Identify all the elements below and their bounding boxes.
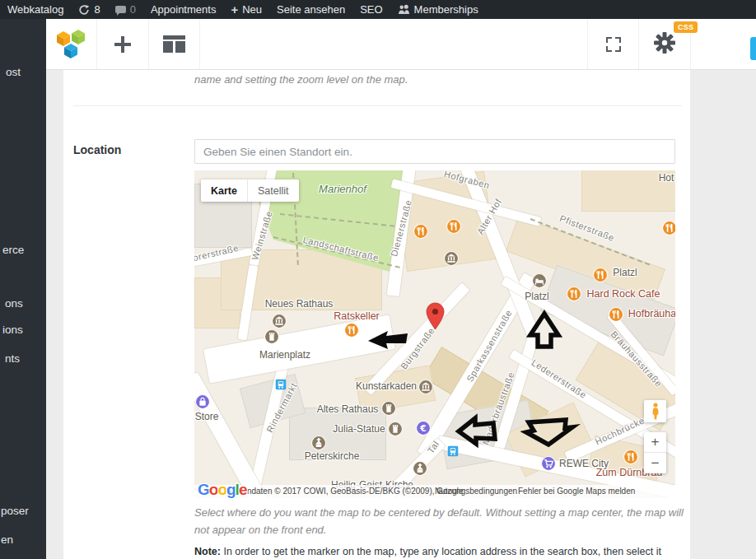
plus-icon: +	[231, 2, 238, 16]
columns-icon	[163, 35, 185, 53]
map-label: Altes Rathaus	[317, 403, 379, 415]
church-icon	[413, 461, 427, 476]
google-logo-letter: e	[239, 481, 247, 498]
location-label: Location	[73, 143, 121, 156]
tower-icon	[264, 329, 279, 344]
sidebar-item[interactable]: ions	[2, 324, 23, 336]
map-label: Marienplatz	[259, 349, 310, 361]
map-attribution: Kartendaten © 2017 COWI, GeoBasis-DE/BKG…	[194, 485, 675, 498]
settings-panel: name and setting the zoom level on the m…	[63, 70, 690, 559]
restaurant-icon	[593, 268, 608, 282]
sidebar-item[interactable]: ost	[6, 66, 21, 78]
comments-count: 0	[130, 3, 136, 16]
content-area: name and setting the zoom level on the m…	[46, 70, 756, 559]
map-label: Kunstarkaden	[356, 380, 417, 392]
tower-icon	[381, 401, 396, 416]
map-label: Hofbräuha	[628, 308, 675, 319]
restaurant-icon	[609, 307, 623, 322]
museum-icon	[444, 251, 459, 266]
bed-icon	[532, 273, 547, 288]
seo-menu[interactable]: SEO	[352, 0, 390, 19]
map-label: Store	[195, 411, 219, 422]
frontend-button[interactable]: Frontend	[750, 37, 756, 60]
comments-menu[interactable]: 0	[108, 0, 143, 19]
divider	[73, 105, 682, 106]
composer-toolbar: CSS Frontend	[46, 19, 756, 70]
sidebar-item[interactable]: ons	[5, 297, 23, 310]
map-label: Peterskirche	[305, 450, 360, 462]
restaurant-icon	[623, 450, 638, 464]
view-site-menu[interactable]: Seite ansehen	[269, 0, 352, 19]
add-icon	[114, 36, 131, 53]
zoom-in-button[interactable]: +	[644, 432, 666, 453]
google-logo-letter: o	[217, 481, 226, 498]
gear-icon	[652, 30, 677, 55]
updates-menu[interactable]: 8	[71, 0, 107, 19]
sidebar-item[interactable]: en	[1, 533, 13, 546]
map-label: Ratskeller	[334, 310, 380, 322]
map-type-satellit[interactable]: Satellit	[248, 179, 299, 202]
wp-sidebar: osterceonsionsntsposeren	[0, 19, 46, 559]
sidebar-item[interactable]: poser	[1, 505, 29, 517]
restaurant-icon	[662, 221, 675, 235]
map-label: Neues Rathaus	[265, 298, 334, 310]
google-logo-letter: o	[209, 481, 218, 498]
restaurant-icon	[344, 323, 359, 338]
site-name[interactable]: Webkatalog	[0, 0, 71, 19]
restaurant-icon	[413, 224, 428, 239]
map-marker[interactable]	[426, 302, 445, 333]
field-description-top: name and setting the zoom level on the m…	[194, 73, 705, 86]
museum-icon	[418, 380, 433, 394]
appointments-menu[interactable]: Appointments	[143, 0, 224, 19]
field-description-help: Select where do you want the map to be c…	[194, 505, 687, 539]
new-menu[interactable]: + Neu	[223, 0, 269, 19]
map-label: Platzl	[613, 267, 637, 278]
memberships-menu[interactable]: Memberships	[390, 0, 486, 19]
comment-icon	[115, 6, 126, 13]
copyright-text: Kartendaten © 2017 COWI, GeoBasis-DE/BKG…	[227, 487, 464, 496]
bag-icon	[195, 394, 210, 409]
layout-columns-button[interactable]	[149, 19, 200, 69]
google-logo-letter: g	[226, 481, 236, 498]
terms-link[interactable]: Nutzungsbedingungen	[435, 487, 517, 496]
field-note: Note: In order to get the marker on the …	[194, 546, 690, 557]
cart-icon	[541, 456, 556, 471]
add-element-button[interactable]	[97, 19, 149, 69]
map-type-karte[interactable]: Karte	[201, 179, 248, 202]
map-label: Hard Rock Cafe	[587, 288, 660, 300]
google-map[interactable]: Karte Satellit + − Kartendaten © 2017 CO…	[194, 170, 675, 498]
settings-button[interactable]: CSS	[639, 19, 691, 69]
zoom-control: + −	[644, 432, 666, 473]
google-logo-letter: G	[198, 481, 209, 498]
updates-count: 8	[94, 3, 100, 16]
map-label: Julia-Statue	[333, 423, 385, 435]
google-logo: Google	[198, 481, 246, 498]
map-type-control: Karte Satellit	[201, 179, 299, 202]
pegman-control[interactable]	[644, 400, 666, 422]
fullscreen-icon	[606, 37, 621, 52]
zoom-out-button[interactable]: −	[644, 453, 666, 473]
pegman-icon	[651, 403, 660, 420]
euro-icon: €	[416, 421, 431, 436]
update-icon	[78, 4, 90, 16]
transit-icon	[448, 446, 459, 457]
report-link[interactable]: Fehler bei Google Maps melden	[518, 487, 635, 496]
restaurant-icon	[446, 219, 461, 234]
people-icon	[398, 4, 410, 15]
restaurant-icon	[567, 286, 581, 301]
museum-icon	[272, 314, 287, 328]
tower-icon	[388, 422, 403, 436]
svg-text:€: €	[419, 423, 426, 433]
composer-logo-button[interactable]	[46, 19, 97, 69]
location-input[interactable]	[194, 139, 675, 164]
map-label: Marienhof	[319, 183, 366, 195]
church-icon	[311, 436, 326, 450]
admin-bar: Webkatalog 8 0 Appointments + Neu Seite …	[0, 0, 756, 19]
fullscreen-button[interactable]	[587, 19, 639, 69]
css-badge: CSS	[674, 21, 698, 33]
sidebar-item[interactable]: erce	[2, 244, 24, 256]
sidebar-item[interactable]: nts	[5, 352, 20, 365]
visual-composer-logo-icon	[54, 27, 89, 62]
transit-icon	[276, 380, 287, 390]
map-label: Hot	[659, 172, 674, 184]
